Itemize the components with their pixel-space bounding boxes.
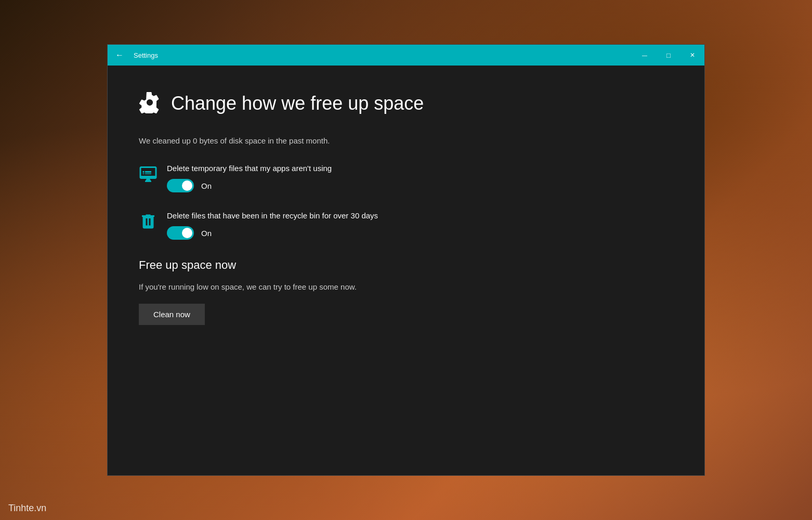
window-controls [633, 45, 704, 66]
titlebar-title: Settings [132, 51, 633, 59]
recycle-bin-toggle[interactable] [167, 226, 194, 240]
toggle-item-temp-files: Delete temporary files that my apps aren… [139, 164, 678, 192]
clean-now-button[interactable]: Clean now [139, 304, 205, 325]
close-icon [690, 51, 695, 59]
toggle-knob-2 [182, 228, 192, 238]
temp-files-toggle-row: On [167, 179, 332, 192]
section-heading: Free up space now [139, 258, 678, 272]
settings-window: Settings Change how we free up space [107, 44, 705, 476]
maximize-icon [666, 51, 671, 59]
minimize-button[interactable] [633, 45, 657, 66]
back-button[interactable] [108, 45, 132, 66]
toggle-knob [182, 180, 192, 191]
watermark: Tinhte.vn [8, 503, 46, 514]
info-text: We cleaned up 0 bytes of disk space in t… [139, 136, 678, 145]
content-area: Change how we free up space We cleaned u… [108, 66, 704, 475]
monitor-icon [139, 165, 158, 186]
maximize-button[interactable] [657, 45, 680, 66]
section-description: If you're running low on space, we can t… [139, 282, 678, 291]
recycle-bin-toggle-state: On [201, 229, 212, 238]
trash-icon [139, 212, 158, 233]
page-title: Change how we free up space [171, 93, 424, 114]
temp-files-content: Delete temporary files that my apps aren… [167, 164, 332, 192]
temp-files-toggle-state: On [201, 181, 212, 190]
close-button[interactable] [680, 45, 704, 66]
recycle-bin-toggle-row: On [167, 226, 378, 240]
toggle-item-recycle-bin: Delete files that have been in the recyc… [139, 211, 678, 240]
back-icon [115, 50, 124, 60]
gear-icon [139, 92, 161, 115]
temp-files-toggle[interactable] [167, 179, 194, 192]
page-header: Change how we free up space [139, 92, 678, 115]
recycle-bin-label: Delete files that have been in the recyc… [167, 211, 378, 220]
temp-files-label: Delete temporary files that my apps aren… [167, 164, 332, 173]
titlebar: Settings [108, 45, 704, 66]
recycle-bin-content: Delete files that have been in the recyc… [167, 211, 378, 240]
minimize-icon [642, 51, 647, 59]
